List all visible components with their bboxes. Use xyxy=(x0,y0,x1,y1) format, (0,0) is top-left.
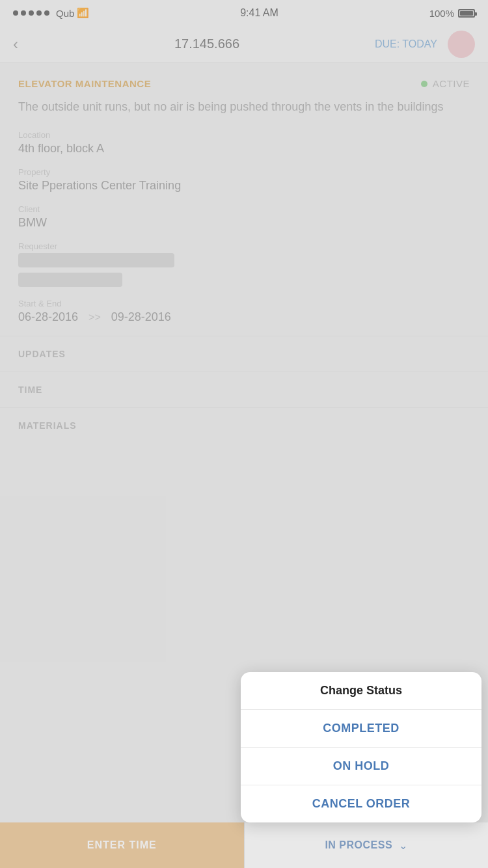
on-hold-label: ON HOLD xyxy=(333,759,390,772)
on-hold-option[interactable]: ON HOLD xyxy=(241,748,481,785)
dropdown-header: Change Status xyxy=(241,672,481,710)
cancel-order-option[interactable]: CANCEL ORDER xyxy=(241,785,481,822)
dropdown-header-text: Change Status xyxy=(320,684,402,697)
cancel-order-label: CANCEL ORDER xyxy=(312,797,411,810)
completed-option[interactable]: COMPLETED xyxy=(241,710,481,748)
change-status-dropdown: Change Status COMPLETED ON HOLD CANCEL O… xyxy=(241,672,481,822)
completed-label: COMPLETED xyxy=(323,722,400,735)
